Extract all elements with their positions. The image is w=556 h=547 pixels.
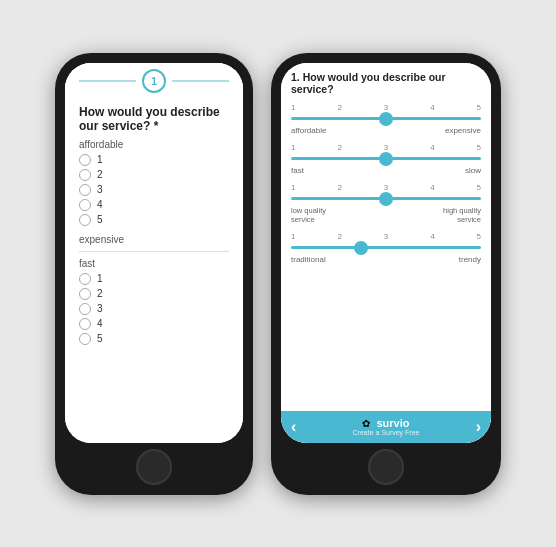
brand: ✿ survio Create a Survey Free [353, 417, 420, 436]
slider-labels-2: fast slow [291, 166, 481, 175]
slider-numbers-2: 1 2 3 4 5 [291, 143, 481, 152]
slider-track-4[interactable] [291, 243, 481, 253]
slider-thumb[interactable] [379, 152, 393, 166]
divider [79, 251, 229, 252]
radio-item: 1 [79, 273, 229, 285]
slider-label-right: expensive [445, 126, 481, 135]
radio-item: 5 [79, 214, 229, 226]
radio-button[interactable] [79, 273, 91, 285]
prev-button[interactable]: ‹ [291, 418, 296, 436]
slider-label-right: high qualityservice [443, 206, 481, 224]
progress-bar: 1 [65, 63, 243, 99]
slider-labels-3: low qualityservice high qualityservice [291, 206, 481, 224]
slider-label-left: affordable [291, 126, 326, 135]
next-button[interactable]: › [476, 418, 481, 436]
radio-item: 2 [79, 169, 229, 181]
brand-icon: ✿ [362, 418, 370, 429]
radio-item: 5 [79, 333, 229, 345]
right-phone-screen: 1. How would you describe our service? 1… [281, 63, 491, 443]
radio-item: 3 [79, 184, 229, 196]
slider-labels-4: traditional trendy [291, 255, 481, 264]
right-question: 1. How would you describe our service? [291, 71, 481, 95]
radio-group-fast: 1 2 3 4 [79, 273, 229, 345]
slider-label-left: fast [291, 166, 304, 175]
slider-line [291, 246, 481, 249]
section-label-fast: fast [79, 258, 229, 269]
section-label-expensive: expensive [79, 234, 229, 245]
slider-thumb[interactable] [379, 112, 393, 126]
radio-num: 2 [97, 169, 103, 180]
right-phone: 1. How would you describe our service? 1… [271, 53, 501, 495]
radio-num: 1 [97, 154, 103, 165]
radio-button[interactable] [79, 288, 91, 300]
radio-button[interactable] [79, 318, 91, 330]
slider-track-2[interactable] [291, 154, 481, 164]
radio-num: 4 [97, 199, 103, 210]
progress-line-right [172, 80, 229, 82]
radio-button[interactable] [79, 169, 91, 181]
slider-numbers-4: 1 2 3 4 5 [291, 232, 481, 241]
brand-name: survio [376, 417, 409, 429]
slider-track-1[interactable] [291, 114, 481, 124]
slider-label-right: slow [465, 166, 481, 175]
progress-step: 1 [142, 69, 166, 93]
left-question: How would you describe our service? * [79, 105, 229, 133]
slider-block-1: 1 2 3 4 5 affordable expensive [291, 103, 481, 135]
radio-num: 3 [97, 184, 103, 195]
radio-group-affordable: 1 2 3 4 [79, 154, 229, 226]
radio-button[interactable] [79, 184, 91, 196]
radio-button[interactable] [79, 154, 91, 166]
radio-item: 2 [79, 288, 229, 300]
slider-numbers-1: 1 2 3 4 5 [291, 103, 481, 112]
radio-button[interactable] [79, 199, 91, 211]
slider-block-2: 1 2 3 4 5 fast slow [291, 143, 481, 175]
footer: ‹ ✿ survio Create a Survey Free › [281, 411, 491, 443]
progress-line-left [79, 80, 136, 82]
slider-labels-1: affordable expensive [291, 126, 481, 135]
radio-num: 3 [97, 303, 103, 314]
radio-item: 4 [79, 199, 229, 211]
radio-button[interactable] [79, 303, 91, 315]
radio-button[interactable] [79, 214, 91, 226]
slider-thumb[interactable] [379, 192, 393, 206]
left-phone-screen: 1 How would you describe our service? * … [65, 63, 243, 443]
right-screen-content: 1. How would you describe our service? 1… [281, 63, 491, 443]
slider-track-3[interactable] [291, 194, 481, 204]
slider-label-right: trendy [459, 255, 481, 264]
radio-item: 1 [79, 154, 229, 166]
left-phone: 1 How would you describe our service? * … [55, 53, 253, 495]
scene: 1 How would you describe our service? * … [55, 53, 501, 495]
radio-num: 2 [97, 288, 103, 299]
slider-label-left: low qualityservice [291, 206, 326, 224]
radio-num: 4 [97, 318, 103, 329]
slider-block-4: 1 2 3 4 5 traditional trendy [291, 232, 481, 264]
radio-item: 3 [79, 303, 229, 315]
radio-num: 5 [97, 214, 103, 225]
left-screen-content: 1 How would you describe our service? * … [65, 63, 243, 443]
home-button-right[interactable] [368, 449, 404, 485]
radio-num: 5 [97, 333, 103, 344]
section-label-affordable: affordable [79, 139, 229, 150]
radio-num: 1 [97, 273, 103, 284]
left-content: How would you describe our service? * af… [65, 99, 243, 359]
slider-block-3: 1 2 3 4 5 low qualityservice high [291, 183, 481, 224]
slider-label-left: traditional [291, 255, 326, 264]
radio-item: 4 [79, 318, 229, 330]
home-button[interactable] [136, 449, 172, 485]
slider-numbers-3: 1 2 3 4 5 [291, 183, 481, 192]
brand-sub: Create a Survey Free [353, 429, 420, 436]
right-content: 1. How would you describe our service? 1… [281, 63, 491, 411]
slider-thumb[interactable] [354, 241, 368, 255]
radio-button[interactable] [79, 333, 91, 345]
